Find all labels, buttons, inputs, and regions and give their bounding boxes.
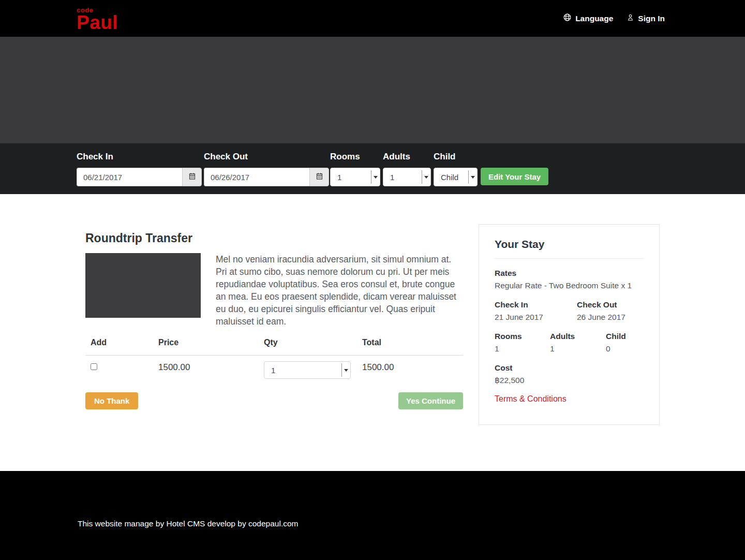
action-buttons: No Thank Yes Continue [85,392,463,409]
chevron-down-icon [371,170,380,184]
stay-check-in: Check In 21 June 2017 [495,300,577,322]
rooms-select[interactable]: 1 [330,168,380,186]
check-out-calendar-button[interactable] [309,168,329,186]
hero-banner [0,37,745,143]
booking-bar: Check In Check Out Rooms Adults Child [0,143,745,194]
check-out-label: Check Out [204,152,248,162]
stay-adults-value: 1 [550,344,606,353]
rates-label: Rates [495,269,644,278]
child-label: Child [434,152,456,162]
rooms-label: Rooms [330,152,360,162]
rates-value: Regular Rate - Two Bedroom Suite x 1 [495,281,644,290]
logo-paul-text: Paul [77,14,118,32]
stay-adults-label: Adults [550,332,606,341]
stay-rooms-label: Rooms [495,332,550,341]
addon-table: Add Price Qty Total 1500.00 1 1500.00 [85,335,463,379]
calendar-icon [188,172,196,182]
stay-child: Child 0 [606,332,644,353]
check-out-input[interactable] [204,168,309,186]
check-in-group [77,168,202,186]
terms-conditions-link[interactable]: Terms & Conditions [495,394,567,404]
sign-in-label: Sign In [638,14,665,23]
card-divider [495,258,644,259]
check-in-calendar-button[interactable] [182,168,202,186]
col-header-price: Price [153,335,259,355]
table-row: 1500.00 1 1500.00 [85,356,463,379]
footer-text: This website manage by Hotel CMS develop… [78,519,298,528]
check-in-label: Check In [77,152,113,162]
total-value: 1500.00 [357,356,463,373]
dates-block: Check In 21 June 2017 Check Out 26 June … [495,300,644,322]
site-logo[interactable]: code Paul [77,6,118,32]
occupancy-block: Rooms 1 Adults 1 Child 0 [495,332,644,353]
stay-check-in-label: Check In [495,300,577,310]
cost-block: Cost ฿22,500 [495,363,644,385]
chevron-down-icon [341,363,350,377]
stay-check-out-value: 26 June 2017 [577,313,644,322]
col-header-qty: Qty [259,335,357,355]
stay-check-out-label: Check Out [577,300,644,310]
child-select-value: Child [441,173,458,182]
addon-image-placeholder [85,253,201,318]
edit-your-stay-button[interactable]: Edit Your Stay [481,168,548,185]
price-value: 1500.00 [153,356,259,373]
yes-continue-button[interactable]: Yes Continue [398,392,463,409]
qty-select-value: 1 [271,366,275,375]
your-stay-title: Your Stay [495,238,644,250]
calendar-icon [316,172,323,182]
addon-media-row: Mel no veniam iracundia adversarium, sit… [85,253,463,328]
addon-description: Mel no veniam iracundia adversarium, sit… [216,253,463,328]
globe-icon [563,13,572,24]
rooms-select-value: 1 [337,173,341,182]
stay-check-out: Check Out 26 June 2017 [577,300,644,322]
chevron-down-icon [468,170,477,184]
cost-value: ฿22,500 [495,376,644,385]
adults-select[interactable]: 1 [383,168,431,186]
check-out-group [204,168,329,186]
your-stay-card: Your Stay Rates Regular Rate - Two Bedro… [479,224,660,425]
language-label: Language [575,14,613,23]
user-icon [627,13,634,23]
stay-child-value: 0 [606,344,644,353]
col-header-add: Add [85,335,153,355]
stay-child-label: Child [606,332,644,341]
add-checkbox[interactable] [91,363,97,370]
footer: This website manage by Hotel CMS develop… [0,471,745,560]
sign-in-button[interactable]: Sign In [627,13,665,23]
check-in-input[interactable] [77,168,182,186]
adults-label: Adults [383,152,410,162]
cost-label: Cost [495,363,644,373]
child-select[interactable]: Child [434,168,478,186]
main-content: Roundtrip Transfer Mel no veniam iracund… [0,194,745,471]
no-thank-button[interactable]: No Thank [85,392,138,409]
language-menu[interactable]: Language [563,13,613,24]
qty-select[interactable]: 1 [264,361,351,379]
top-nav: code Paul Language Sign In [0,0,745,37]
stay-check-in-value: 21 June 2017 [495,313,577,322]
stay-rooms: Rooms 1 [495,332,550,353]
page-title: Roundtrip Transfer [85,231,192,245]
col-header-total: Total [357,335,463,355]
nav-right: Language Sign In [563,0,665,37]
stay-adults: Adults 1 [550,332,606,353]
rates-block: Rates Regular Rate - Two Bedroom Suite x… [495,269,644,290]
stay-rooms-value: 1 [495,344,550,353]
chevron-down-icon [422,170,430,184]
adults-select-value: 1 [390,173,394,182]
addon-table-header: Add Price Qty Total [85,335,463,356]
